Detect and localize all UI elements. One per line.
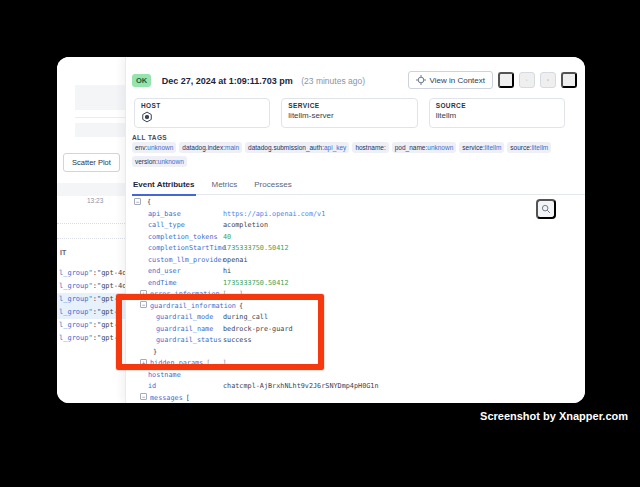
tag-pill[interactable]: env:unknown xyxy=(132,142,176,153)
gridline xyxy=(57,238,125,239)
brace: [ xyxy=(186,394,190,402)
background-window-strip: Scatter Plot 13:23 IT l_group":"gpt-4ol_… xyxy=(57,57,125,403)
attribute-key[interactable]: endTime xyxy=(148,279,177,287)
tag-pill[interactable]: datadog.index:main xyxy=(179,142,242,153)
tab-processes[interactable]: Processes xyxy=(253,178,292,194)
attribute-value: hi xyxy=(223,266,231,278)
service-label: SERVICE xyxy=(288,102,410,109)
view-in-context-button[interactable]: View in Context xyxy=(408,71,493,89)
attribute-row: idchatcmpl-AjBrxhNLht9v2J6rSNYDmp4pH0G1n xyxy=(126,381,585,393)
tag-pill[interactable]: service:litellm xyxy=(459,142,504,153)
facet-value: :"gpt- xyxy=(93,321,118,329)
facet-list-item[interactable]: l_group":"gpt-4o xyxy=(57,280,125,293)
crosshair-icon xyxy=(416,75,426,85)
facet-key: l_group" xyxy=(59,269,93,277)
tag-key: pod_name: xyxy=(395,144,428,151)
tag-value: main xyxy=(225,144,239,151)
tag-key: hostname: xyxy=(355,144,385,151)
tag-value: unknown xyxy=(427,144,453,151)
attribute-row: call_typeacompletion xyxy=(126,220,585,232)
tag-key: datadog.index: xyxy=(182,144,225,151)
all-tags-label: ALL TAGS xyxy=(132,134,167,141)
attribute-value: chatcmpl-AjBrxhNLht9v2J6rSNYDmp4pH0G1n xyxy=(223,381,379,393)
status-badge: OK xyxy=(132,74,151,87)
facet-list-item[interactable]: l_group":"gpt-4o xyxy=(57,267,125,280)
tab-event-attributes[interactable]: Event Attributes xyxy=(132,178,196,196)
attribute-key[interactable]: hostname xyxy=(148,371,181,379)
view-in-context-label: View in Context xyxy=(430,76,485,85)
tag-value: unknown xyxy=(158,158,184,165)
facet-value: :"gpt- xyxy=(93,295,118,303)
app-window: Scatter Plot 13:23 IT l_group":"gpt-4ol_… xyxy=(57,57,585,403)
tag-pill[interactable]: hostname: xyxy=(352,142,388,153)
time-axis-tick: 13:23 xyxy=(87,197,103,204)
facet-list-item[interactable]: l_group":"gpt- xyxy=(57,319,125,332)
collapse-icon[interactable]: − xyxy=(140,393,147,400)
relative-time: (23 minutes ago) xyxy=(301,76,365,86)
tab-bar: Event AttributesMetricsProcesses xyxy=(132,178,585,195)
attribute-row: hostname xyxy=(126,370,585,382)
tag-key: source: xyxy=(510,144,531,151)
service-value: litellm-server xyxy=(288,111,410,120)
tab-metrics[interactable]: Metrics xyxy=(211,178,239,194)
watermark-text: Screenshot by Xnapper.com xyxy=(480,410,628,422)
source-value: litellm xyxy=(436,111,558,120)
attribute-key[interactable]: custom_llm_provider xyxy=(148,256,226,264)
tag-key: datadog.submission_auth: xyxy=(248,144,324,151)
attribute-key[interactable]: api_base xyxy=(148,210,181,218)
edit-pencil-icon[interactable] xyxy=(498,72,514,88)
background-panel-block xyxy=(57,183,125,196)
tag-pill[interactable]: version:unknown xyxy=(132,156,187,167)
attribute-row: −messages[ xyxy=(126,393,585,404)
facet-list-item[interactable]: l_group":"gpt- xyxy=(57,332,125,345)
tag-value: litellm xyxy=(485,144,502,151)
attribute-key[interactable]: end_user xyxy=(148,267,181,275)
background-panel-block xyxy=(75,85,125,110)
tag-key: version: xyxy=(135,158,158,165)
trace-connection-icon[interactable] xyxy=(519,72,535,88)
facet-value: :"gpt- xyxy=(93,308,118,316)
export-share-icon[interactable] xyxy=(540,72,556,88)
background-panel-block xyxy=(75,123,125,137)
tag-pill[interactable]: datadog.submission_auth:api_key xyxy=(245,142,349,153)
attribute-row: completionStartTime1735333750.50412 xyxy=(126,243,585,255)
attribute-key[interactable]: completionStartTime xyxy=(148,244,226,252)
tag-value: api_key xyxy=(324,144,346,151)
attribute-row: api_basehttps://api.openai.com/v1 xyxy=(126,209,585,221)
facet-value: :"gpt-4o xyxy=(93,269,125,277)
tag-pill[interactable]: source:litellm xyxy=(507,142,551,153)
event-timestamp: Dec 27, 2024 at 1:09:11.703 pm xyxy=(162,76,293,86)
facet-key: l_group" xyxy=(59,334,93,342)
facet-value: :"gpt- xyxy=(93,334,118,342)
attribute-value[interactable]: https://api.openai.com/v1 xyxy=(223,209,325,221)
attribute-key[interactable]: messages xyxy=(150,394,183,402)
attribute-key[interactable]: call_type xyxy=(148,221,185,229)
facet-key: l_group" xyxy=(59,308,93,316)
host-box[interactable]: HOST xyxy=(134,98,270,128)
attribute-key[interactable]: completion_tokens xyxy=(148,233,218,241)
source-box[interactable]: SOURCE litellm xyxy=(429,98,565,128)
tag-value: litellm xyxy=(532,144,549,151)
host-hexagon-icon xyxy=(141,111,263,123)
facet-list: l_group":"gpt-4ol_group":"gpt-4ol_group"… xyxy=(57,267,125,345)
facet-key: l_group" xyxy=(59,282,93,290)
divider xyxy=(75,117,125,118)
brace: { xyxy=(147,198,151,206)
tags-list: env:unknowndatadog.index:maindatadog.sub… xyxy=(132,142,568,167)
attribute-value: acompletion xyxy=(223,220,268,232)
close-icon[interactable] xyxy=(561,72,577,88)
attribute-key[interactable]: id xyxy=(148,382,156,390)
collapse-icon[interactable]: − xyxy=(134,198,141,205)
annotation-highlight-rectangle xyxy=(116,294,324,370)
attribute-value: openai xyxy=(223,255,248,267)
scatter-plot-button[interactable]: Scatter Plot xyxy=(63,153,120,172)
attribute-row: end_userhi xyxy=(126,266,585,278)
attribute-row: completion_tokens40 xyxy=(126,232,585,244)
facet-list-item[interactable]: l_group":"gpt- xyxy=(57,293,125,306)
facet-list-item[interactable]: l_group":"gpt- xyxy=(57,306,125,319)
attribute-value: 1735333750.50412 xyxy=(223,243,288,255)
tag-pill[interactable]: pod_name:unknown xyxy=(392,142,457,153)
attribute-value: 40 xyxy=(223,232,231,244)
header-actions: View in Context xyxy=(408,71,577,89)
service-box[interactable]: SERVICE litellm-server xyxy=(281,98,417,128)
